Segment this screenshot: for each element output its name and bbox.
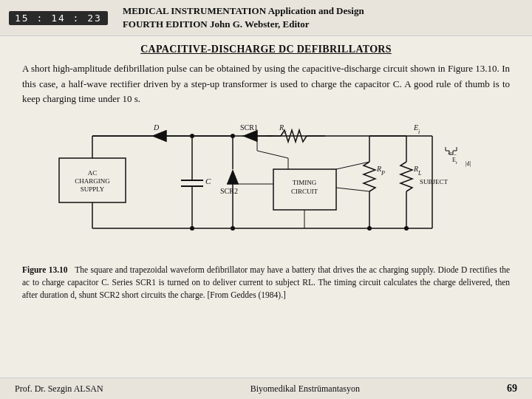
content-area: CAPACITIVE-DISCHARGE DC DEFIBRILLATORS A… <box>0 36 532 307</box>
svg-point-59 <box>367 226 372 231</box>
circuit-diagram: AC CHARGING SUPPLY D SCR1 <box>37 114 495 258</box>
svg-text:D: D <box>153 123 160 132</box>
svg-text:SCR1: SCR1 <box>240 123 258 132</box>
svg-text:Er: Er <box>452 157 457 165</box>
svg-text:Ei: Ei <box>413 123 420 135</box>
svg-text:CIRCUIT: CIRCUIT <box>291 188 318 195</box>
svg-point-60 <box>404 226 409 231</box>
footer: Prof. Dr. Sezgin ALSAN Biyomedikal Enstr… <box>0 378 532 399</box>
svg-text:↓⌐_: ↓⌐_ <box>447 149 457 156</box>
diagram-container: AC CHARGING SUPPLY D SCR1 <box>22 114 510 258</box>
svg-text:AC: AC <box>88 169 98 177</box>
svg-text:|d|: |d| <box>466 160 471 167</box>
top-bar: 15 : 14 : 23 MEDICAL INSTRUMENTATION App… <box>0 0 532 36</box>
svg-text:TIMING: TIMING <box>293 179 317 186</box>
svg-text:SUBJECT: SUBJECT <box>420 178 449 185</box>
svg-point-57 <box>231 226 235 231</box>
svg-text:RL: RL <box>413 165 422 177</box>
figure-caption: Figure 13.10 The square and trapezoidal … <box>22 264 510 302</box>
time-display: 15 : 14 : 23 <box>9 11 108 25</box>
footer-left: Prof. Dr. Sezgin ALSAN <box>15 383 103 395</box>
svg-text:RP: RP <box>376 165 385 177</box>
body-text: A short high-amplitude defibrillation pu… <box>22 61 510 106</box>
section-title: CAPACITIVE-DISCHARGE DC DEFIBRILLATORS <box>22 44 510 55</box>
svg-line-53 <box>336 188 369 191</box>
header-title: MEDICAL INSTRUMENTATION Application and … <box>123 4 364 31</box>
figure-label: Figure 13.10 <box>22 265 68 274</box>
footer-center: Biyomedikal Enstrümantasyon <box>250 383 360 395</box>
svg-text:SCR2: SCR2 <box>220 187 238 195</box>
svg-text:C: C <box>205 177 211 185</box>
svg-text:SUPPLY: SUPPLY <box>81 185 105 193</box>
svg-line-44 <box>257 151 288 158</box>
svg-marker-33 <box>227 169 239 184</box>
footer-right: 69 <box>507 383 517 395</box>
svg-text:CHARGING: CHARGING <box>75 177 110 185</box>
page-container: 15 : 14 : 23 MEDICAL INSTRUMENTATION App… <box>0 0 532 399</box>
svg-point-58 <box>190 226 194 231</box>
